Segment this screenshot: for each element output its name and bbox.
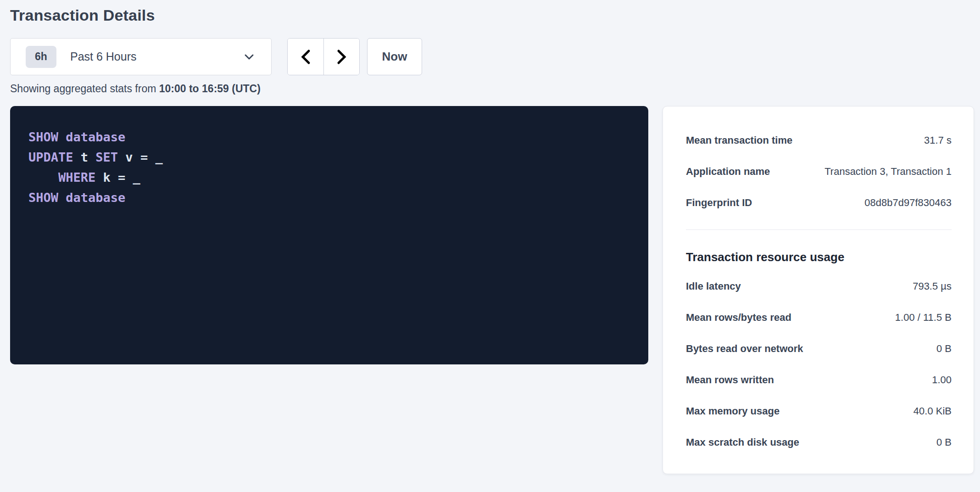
next-time-button[interactable] (323, 39, 359, 75)
sql-keyword-token: UPDATE (28, 150, 73, 164)
aggregated-stats-subtitle: Showing aggregated stats from 10:00 to 1… (10, 83, 974, 95)
chevron-left-icon (300, 49, 312, 65)
time-range-badge: 6h (26, 46, 56, 68)
detail-row: Bytes read over network0 B (686, 333, 952, 364)
sql-code-line: UPDATE t SET v = _ (28, 147, 630, 168)
transaction-details-card: Mean transaction time31.7 sApplication n… (663, 106, 974, 474)
detail-label: Application name (686, 166, 770, 178)
detail-label: Max memory usage (686, 405, 780, 417)
resource-rows: Idle latency793.5 µsMean rows/bytes read… (686, 271, 952, 458)
sql-keyword-token: SHOW database (28, 130, 125, 144)
time-range-dropdown[interactable]: 6h Past 6 Hours (10, 38, 272, 75)
sql-keyword-token: WHERE (58, 170, 95, 184)
sql-identifier-token: k = _ (95, 170, 140, 184)
detail-row: Fingerprint ID08d8b7d97f830463 (686, 187, 952, 218)
prev-time-button[interactable] (288, 39, 323, 75)
summary-rows: Mean transaction time31.7 sApplication n… (686, 125, 952, 218)
detail-value: 0 B (936, 436, 952, 448)
sql-identifier-token: v = _ (118, 150, 163, 164)
detail-row: Mean transaction time31.7 s (686, 125, 952, 156)
detail-row: Application nameTransaction 3, Transacti… (686, 156, 952, 187)
detail-value: 0 B (936, 343, 952, 355)
sql-keyword-token: SET (95, 150, 118, 164)
card-divider (686, 229, 952, 230)
time-range-label: Past 6 Hours (70, 50, 244, 63)
detail-row: Idle latency793.5 µs (686, 271, 952, 302)
sql-code-line: WHERE k = _ (28, 168, 630, 188)
main-content: SHOW databaseUPDATE t SET v = _ WHERE k … (10, 106, 974, 474)
sql-code-line: SHOW database (28, 188, 630, 208)
page-root: Transaction Details 6h Past 6 Hours (0, 0, 980, 474)
detail-label: Idle latency (686, 280, 741, 292)
detail-row: Max scratch disk usage0 B (686, 427, 952, 458)
detail-row: Mean rows/bytes read1.00 / 11.5 B (686, 302, 952, 333)
detail-value: 08d8b7d97f830463 (864, 197, 952, 209)
chevron-right-icon (336, 49, 348, 65)
detail-label: Fingerprint ID (686, 197, 752, 209)
sql-identifier-token: t (73, 150, 96, 164)
time-controls: 6h Past 6 Hours (10, 38, 974, 75)
detail-row: Mean rows written1.00 (686, 364, 952, 396)
chevron-down-icon (244, 53, 255, 61)
resource-usage-section-title: Transaction resource usage (686, 250, 952, 264)
detail-value: 1.00 / 11.5 B (895, 312, 952, 324)
sql-identifier-token (28, 170, 58, 184)
detail-value: 40.0 KiB (913, 405, 952, 417)
detail-value: 31.7 s (924, 134, 952, 146)
detail-value: 793.5 µs (913, 280, 952, 292)
detail-label: Mean rows/bytes read (686, 312, 791, 324)
detail-label: Mean rows written (686, 374, 774, 386)
detail-row: Max memory usage40.0 KiB (686, 396, 952, 427)
detail-label: Mean transaction time (686, 134, 792, 146)
detail-label: Bytes read over network (686, 343, 803, 355)
now-button[interactable]: Now (367, 38, 422, 75)
detail-value: 1.00 (932, 374, 952, 386)
subtitle-time-range: 10:00 to 16:59 (UTC) (159, 83, 261, 95)
sql-keyword-token: SHOW database (28, 190, 125, 205)
page-title: Transaction Details (10, 6, 974, 24)
time-nav-group (287, 38, 360, 75)
sql-statements-box: SHOW databaseUPDATE t SET v = _ WHERE k … (10, 106, 648, 364)
subtitle-prefix: Showing aggregated stats from (10, 83, 159, 95)
detail-value: Transaction 3, Transaction 1 (824, 166, 952, 178)
sql-code-line: SHOW database (28, 127, 630, 147)
detail-label: Max scratch disk usage (686, 436, 799, 448)
